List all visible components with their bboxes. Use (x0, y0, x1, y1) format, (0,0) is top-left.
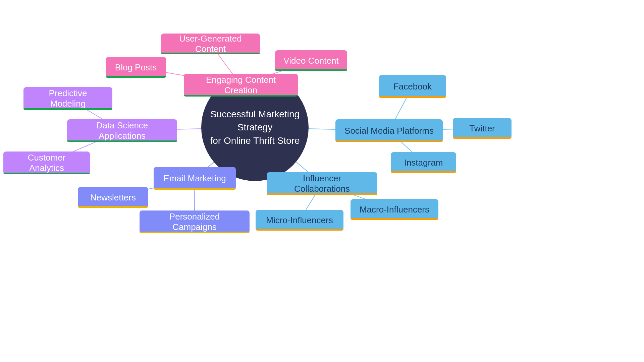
center-label: Successful Marketing Strategy for Online… (201, 108, 309, 147)
node-label: Personalized Campaigns (147, 212, 242, 232)
node-label: Email Marketing (163, 173, 226, 184)
node-label: Micro-Influencers (266, 215, 333, 226)
node-label: Video Content (283, 56, 338, 66)
node-label: Influencer Collaborations (274, 173, 370, 194)
user-generated-content-node[interactable]: User-Generated Content (161, 34, 260, 54)
node-label: Macro-Influencers (360, 204, 429, 215)
node-label: Engaging Content Creation (191, 75, 290, 96)
node-label: Instagram (404, 158, 443, 168)
data-science-node[interactable]: Data Science Applications (67, 119, 177, 142)
social-media-node[interactable]: Social Media Platforms (335, 119, 443, 142)
node-label: Newsletters (90, 192, 136, 203)
node-label: Social Media Platforms (344, 126, 434, 136)
video-content-node[interactable]: Video Content (275, 50, 347, 71)
newsletters-node[interactable]: Newsletters (78, 187, 148, 208)
macro-influencers-node[interactable]: Macro-Influencers (351, 199, 438, 220)
node-label: User-Generated Content (168, 34, 253, 54)
engaging-content-node[interactable]: Engaging Content Creation (184, 74, 298, 97)
twitter-node[interactable]: Twitter (453, 118, 512, 139)
node-label: Data Science Applications (74, 120, 170, 141)
blog-posts-node[interactable]: Blog Posts (106, 57, 166, 78)
personalized-campaigns-node[interactable]: Personalized Campaigns (140, 210, 250, 233)
influencer-collaborations-node[interactable]: Influencer Collaborations (267, 172, 377, 195)
node-label: Twitter (469, 123, 495, 134)
node-label: Facebook (393, 81, 432, 92)
email-marketing-node[interactable]: Email Marketing (154, 167, 236, 190)
micro-influencers-node[interactable]: Micro-Influencers (256, 210, 343, 231)
node-label: Customer Analytics (11, 153, 83, 173)
customer-analytics-node[interactable]: Customer Analytics (3, 152, 90, 174)
facebook-node[interactable]: Facebook (379, 75, 446, 98)
node-label: Blog Posts (115, 62, 157, 73)
instagram-node[interactable]: Instagram (391, 152, 456, 173)
predictive-modeling-node[interactable]: Predictive Modeling (23, 87, 112, 110)
node-label: Predictive Modeling (31, 88, 105, 109)
